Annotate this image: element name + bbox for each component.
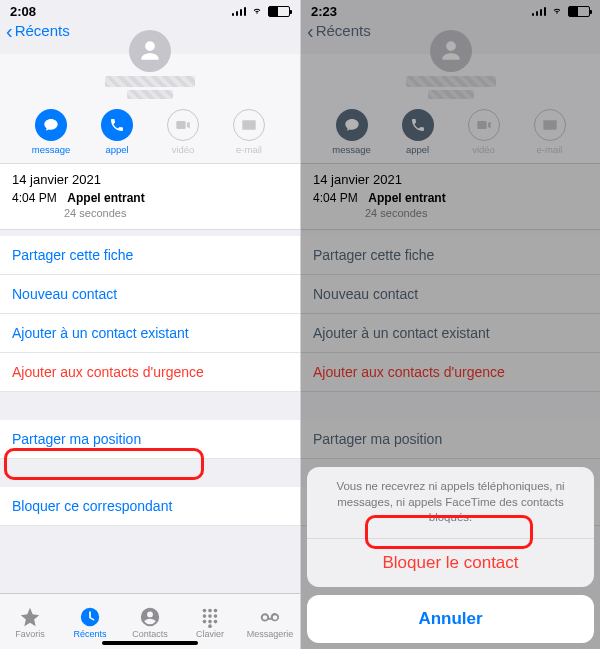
wifi-icon [550, 6, 564, 16]
video-button: vidéo [161, 109, 205, 155]
call-button[interactable]: appel [396, 109, 440, 155]
new-contact-row[interactable]: Nouveau contact [0, 275, 300, 314]
svg-point-6 [203, 620, 207, 624]
share-card-row[interactable]: Partager cette fiche [301, 236, 600, 275]
call-log: 14 janvier 2021 4:04 PM Appel entrant 24… [301, 163, 600, 230]
email-label: e-mail [537, 144, 563, 155]
phone-left: 2:08 ‹ Récents message [0, 0, 300, 649]
contact-sub-redacted [428, 90, 474, 99]
back-label: Récents [316, 22, 371, 39]
phone-right: 2:23 ‹ Récents message [300, 0, 600, 649]
call-date: 14 janvier 2021 [12, 172, 288, 187]
chevron-left-icon: ‹ [307, 24, 314, 38]
call-log: 14 janvier 2021 4:04 PM Appel entrant 24… [0, 163, 300, 230]
tab-keypad[interactable]: Clavier [182, 606, 238, 639]
message-button[interactable]: message [29, 109, 73, 155]
svg-point-4 [208, 614, 212, 618]
call-time: 4:04 PM [313, 191, 365, 205]
call-time: 4:04 PM [12, 191, 64, 205]
video-icon [175, 117, 191, 133]
video-label: vidéo [172, 144, 195, 155]
tab-recents[interactable]: Récents [62, 606, 118, 639]
block-row[interactable]: Bloquer ce correspondant [0, 487, 300, 526]
person-icon [438, 38, 464, 64]
share-location-row[interactable]: Partager ma position [301, 420, 600, 459]
svg-point-7 [208, 620, 212, 624]
svg-point-8 [214, 620, 218, 624]
contact-actions: message appel vidéo e-mail [29, 109, 271, 155]
avatar [129, 30, 171, 72]
contact-sub-redacted [127, 90, 173, 99]
sheet-cancel-button[interactable]: Annuler [307, 595, 594, 643]
battery-icon [568, 6, 590, 17]
sheet-message: Vous ne recevrez ni appels téléphoniques… [307, 467, 594, 539]
tab-contacts[interactable]: Contacts [122, 606, 178, 639]
email-label: e-mail [236, 144, 262, 155]
call-type: Appel entrant [368, 191, 445, 205]
mail-icon [542, 117, 558, 133]
svg-point-2 [214, 609, 218, 613]
tab-favorites[interactable]: Favoris [2, 606, 58, 639]
action-sheet: Vous ne recevrez ni appels téléphoniques… [307, 467, 594, 643]
message-icon [43, 117, 59, 133]
cell-signal-icon [232, 6, 247, 16]
share-location-row[interactable]: Partager ma position [0, 420, 300, 459]
clock-icon [79, 606, 101, 628]
avatar [430, 30, 472, 72]
message-icon [344, 117, 360, 133]
chevron-left-icon: ‹ [6, 24, 13, 38]
person-icon [137, 38, 163, 64]
video-button: vidéo [462, 109, 506, 155]
cell-signal-icon [532, 6, 547, 16]
add-existing-row[interactable]: Ajouter à un contact existant [301, 314, 600, 353]
sheet-block-button[interactable]: Bloquer le contact [307, 539, 594, 587]
contact-header: message appel vidéo e-mail [301, 54, 600, 163]
video-label: vidéo [472, 144, 495, 155]
phone-icon [410, 117, 426, 133]
contact-header: message appel vidéo e-mail [0, 54, 300, 163]
contact-actions: message appel vidéo e-mail [330, 109, 572, 155]
contact-name-redacted [406, 76, 496, 87]
email-button: e-mail [528, 109, 572, 155]
share-card-row[interactable]: Partager cette fiche [0, 236, 300, 275]
tab-voicemail[interactable]: Messagerie [242, 606, 298, 639]
message-label: message [332, 144, 371, 155]
call-label: appel [105, 144, 128, 155]
star-icon [19, 606, 41, 628]
voicemail-icon [259, 606, 281, 628]
call-duration: 24 secondes [365, 207, 588, 219]
status-time: 2:23 [311, 4, 337, 19]
home-indicator[interactable] [102, 641, 198, 645]
back-label: Récents [15, 22, 70, 39]
new-contact-row[interactable]: Nouveau contact [301, 275, 600, 314]
phone-icon [109, 117, 125, 133]
contact-name-redacted [105, 76, 195, 87]
call-date: 14 janvier 2021 [313, 172, 588, 187]
keypad-icon [199, 606, 221, 628]
add-existing-row[interactable]: Ajouter à un contact existant [0, 314, 300, 353]
status-bar: 2:23 [301, 0, 600, 22]
message-label: message [32, 144, 71, 155]
status-time: 2:08 [10, 4, 36, 19]
svg-point-0 [203, 609, 207, 613]
svg-point-3 [203, 614, 207, 618]
video-icon [476, 117, 492, 133]
battery-icon [268, 6, 290, 17]
message-button[interactable]: message [330, 109, 374, 155]
call-label: appel [406, 144, 429, 155]
emergency-row[interactable]: Ajouter aux contacts d'urgence [301, 353, 600, 392]
call-type: Appel entrant [67, 191, 144, 205]
call-button[interactable]: appel [95, 109, 139, 155]
back-button[interactable]: ‹ Récents [307, 22, 371, 39]
email-button: e-mail [227, 109, 271, 155]
mail-icon [241, 117, 257, 133]
call-duration: 24 secondes [64, 207, 288, 219]
svg-point-5 [214, 614, 218, 618]
back-button[interactable]: ‹ Récents [6, 22, 70, 39]
svg-point-9 [208, 624, 212, 628]
emergency-row[interactable]: Ajouter aux contacts d'urgence [0, 353, 300, 392]
status-bar: 2:08 [0, 0, 300, 22]
person-circle-icon [139, 606, 161, 628]
wifi-icon [250, 6, 264, 16]
svg-point-1 [208, 609, 212, 613]
